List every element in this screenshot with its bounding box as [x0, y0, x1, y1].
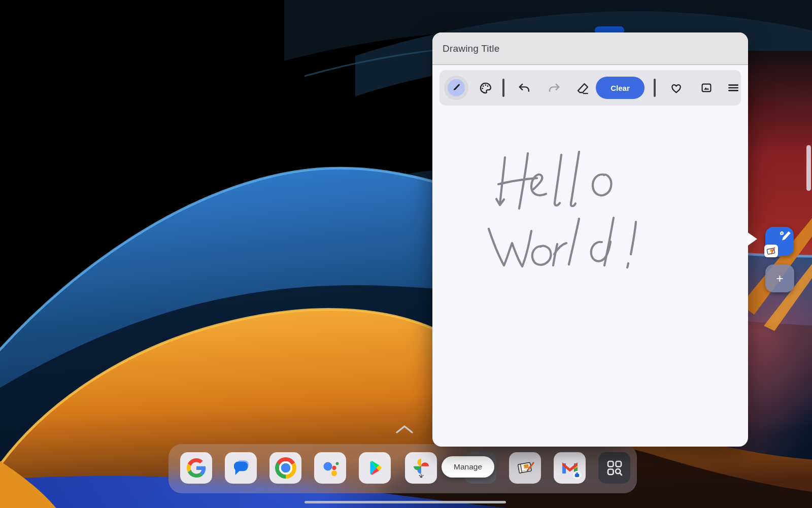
dock [168, 444, 637, 493]
chevron-up-icon[interactable] [395, 424, 414, 434]
add-bubble-label: + [776, 272, 783, 286]
photos-icon [411, 457, 431, 479]
messages-icon [230, 457, 252, 479]
brush-tool-button[interactable] [444, 70, 468, 106]
dock-icon-google[interactable] [180, 452, 212, 484]
window-title: Drawing Title [443, 43, 499, 54]
drawing-window: Drawing Title [432, 32, 748, 447]
dock-icon-gmail[interactable] [554, 452, 586, 484]
brush-selected-ring [444, 76, 468, 100]
assistant-icon [320, 458, 341, 478]
window-titlebar[interactable]: Drawing Title [432, 32, 748, 65]
dock-icon-apps-search[interactable] [598, 452, 630, 484]
eraser-icon [576, 81, 589, 95]
bubble-expand-arrow[interactable] [746, 231, 758, 247]
undo-icon [518, 81, 531, 94]
scribble-pen-icon [777, 229, 793, 244]
notebook-app-icon [515, 457, 536, 479]
notebook-pen-icon [764, 245, 778, 257]
eraser-button[interactable] [570, 70, 594, 106]
drawing-app-bubble[interactable] [765, 227, 794, 256]
paw-badge [419, 475, 423, 478]
dock-icon-photos[interactable] [405, 452, 437, 484]
undo-button[interactable] [512, 70, 536, 106]
dock-icon-assistant[interactable] [314, 452, 346, 484]
overflow-menu-icon [727, 81, 740, 94]
favorite-heart-icon [669, 81, 683, 95]
add-bubble-button[interactable]: + [765, 264, 794, 292]
chrome-icon [275, 457, 296, 479]
drawing-toolbar: Clear [439, 70, 741, 106]
redo-button[interactable] [542, 70, 566, 106]
play-store-icon [365, 458, 385, 478]
dock-icon-play-store[interactable] [359, 452, 391, 484]
gmail-icon [559, 457, 581, 479]
manage-tooltip[interactable]: Manage [442, 456, 494, 478]
favorite-button[interactable] [664, 70, 688, 106]
dock-icon-messages[interactable] [225, 452, 257, 484]
overflow-menu-button[interactable] [721, 70, 746, 106]
redo-icon [548, 81, 561, 94]
insert-image-icon [700, 81, 713, 94]
clear-button[interactable]: Clear [596, 77, 645, 99]
dock-icon-notebook[interactable] [509, 452, 541, 484]
palette-tool-button[interactable] [473, 70, 497, 106]
brush-selected-circle [448, 79, 465, 96]
work-briefcase-badge [573, 471, 581, 479]
toolbar-divider-2 [654, 79, 656, 97]
insert-image-button[interactable] [694, 70, 719, 106]
toolbar-divider-1 [502, 79, 504, 97]
manage-tooltip-label: Manage [454, 462, 482, 471]
google-icon [187, 458, 206, 478]
bubble-app-badge [764, 245, 778, 257]
apps-search-icon [604, 458, 625, 478]
handwriting-hello-world [489, 152, 636, 267]
gesture-bar[interactable] [304, 501, 506, 503]
dock-icon-chrome[interactable] [269, 452, 301, 484]
screen: Manage Drawing Title [0, 0, 812, 508]
drawing-canvas[interactable] [432, 107, 748, 447]
brush-icon [451, 82, 462, 93]
edge-scrollbar[interactable] [806, 145, 811, 191]
palette-icon [479, 81, 492, 95]
